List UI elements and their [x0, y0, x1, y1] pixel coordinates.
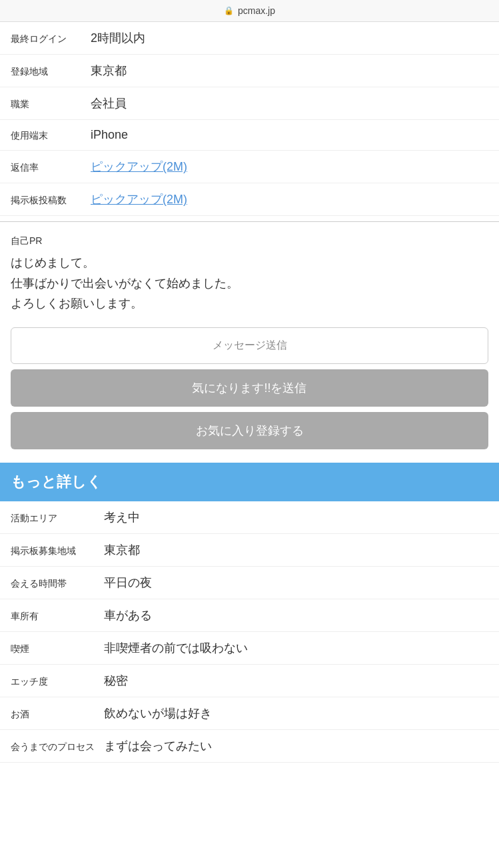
last-login-row: 最終ログイン 2時間以内	[0, 22, 499, 55]
job-label: 職業	[11, 99, 91, 111]
last-login-value: 2時間以内	[91, 30, 488, 46]
detail-label: お酒	[11, 709, 104, 721]
job-row: 職業 会社員	[0, 87, 499, 120]
browser-bar: 🔒 pcmax.jp	[0, 0, 499, 22]
detail-value: 考え中	[104, 509, 488, 525]
detail-row: 喫煙非喫煙者の前では吸わない	[0, 632, 499, 665]
detail-value: 非喫煙者の前では吸わない	[104, 640, 488, 656]
pr-label: 自己PR	[11, 235, 488, 247]
action-buttons: メッセージ送信 気になります!!を送信 お気に入り登録する	[0, 327, 499, 449]
pr-text: はじめまして。仕事ばかりで出会いがなくて始めました。よろしくお願いします。	[11, 253, 488, 314]
detail-value: 東京都	[104, 542, 488, 558]
region-value: 東京都	[91, 63, 488, 79]
detail-value: 秘密	[104, 673, 488, 689]
board-posts-value[interactable]: ピックアップ(2M)	[91, 191, 488, 207]
detail-row: 活動エリア考え中	[0, 501, 499, 534]
profile-section: 最終ログイン 2時間以内 登録地域 東京都 職業 会社員 使用端末 iPhone…	[0, 22, 499, 216]
detail-value: 飲めないが場は好き	[104, 705, 488, 721]
detail-value: 平日の夜	[104, 575, 488, 591]
detail-label: 会える時間帯	[11, 578, 104, 590]
detail-row: お酒飲めないが場は好き	[0, 697, 499, 730]
region-row: 登録地域 東京都	[0, 55, 499, 87]
more-detail-header: もっと詳しく	[0, 463, 499, 501]
board-posts-label: 掲示板投稿数	[11, 195, 91, 207]
last-login-label: 最終ログイン	[11, 33, 91, 45]
reply-rate-value[interactable]: ピックアップ(2M)	[91, 159, 488, 175]
domain-label: pcmax.jp	[238, 5, 275, 16]
detail-row: 会うまでのプロセスまずは会ってみたい	[0, 730, 499, 763]
device-value: iPhone	[91, 128, 488, 142]
board-posts-row[interactable]: 掲示板投稿数 ピックアップ(2M)	[0, 183, 499, 216]
job-value: 会社員	[91, 95, 488, 111]
device-label: 使用端末	[11, 130, 91, 142]
device-row: 使用端末 iPhone	[0, 120, 499, 151]
favorite-button[interactable]: お気に入り登録する	[11, 412, 488, 449]
section-divider	[0, 221, 499, 222]
detail-label: 車所有	[11, 611, 104, 623]
reply-rate-label: 返信率	[11, 162, 91, 174]
pr-section: 自己PR はじめまして。仕事ばかりで出会いがなくて始めました。よろしくお願いしま…	[0, 227, 499, 327]
detail-row: エッチ度秘密	[0, 665, 499, 697]
detail-row: 掲示板募集地域東京都	[0, 534, 499, 567]
detail-row: 車所有車がある	[0, 599, 499, 632]
message-button[interactable]: メッセージ送信	[11, 327, 488, 364]
detail-section: 活動エリア考え中掲示板募集地域東京都会える時間帯平日の夜車所有車がある喫煙非喫煙…	[0, 501, 499, 763]
detail-row: 会える時間帯平日の夜	[0, 567, 499, 599]
detail-value: まずは会ってみたい	[104, 738, 488, 754]
detail-label: 掲示板募集地域	[11, 545, 104, 557]
kininarimasu-button[interactable]: 気になります!!を送信	[11, 369, 488, 407]
detail-label: 喫煙	[11, 643, 104, 655]
detail-label: 活動エリア	[11, 513, 104, 525]
more-detail-title: もっと詳しく	[11, 473, 102, 490]
detail-value: 車がある	[104, 607, 488, 623]
region-label: 登録地域	[11, 66, 91, 78]
lock-icon: 🔒	[224, 6, 234, 15]
detail-label: 会うまでのプロセス	[11, 741, 104, 753]
detail-label: エッチ度	[11, 676, 104, 688]
reply-rate-row[interactable]: 返信率 ピックアップ(2M)	[0, 151, 499, 183]
